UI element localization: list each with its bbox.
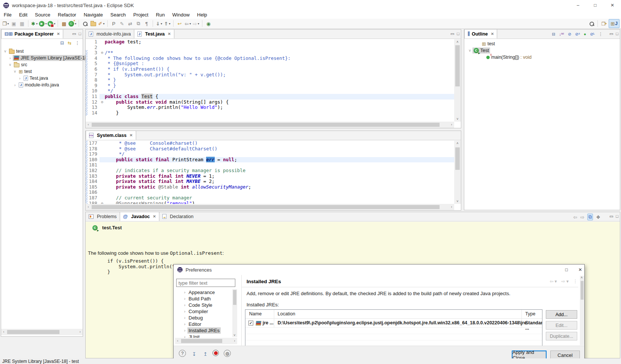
code-line-8[interactable]: 8 * }	[86, 77, 454, 83]
editor-tab-module-info-java[interactable]: Jmodule-info.java	[86, 29, 134, 39]
menu-help[interactable]: Help	[193, 10, 211, 19]
vertical-scrollbar[interactable]: ˄˅	[454, 39, 461, 122]
outline-item-test[interactable]: ⊞test	[464, 40, 620, 47]
column-header-name[interactable]: Name	[249, 311, 261, 316]
tab-declaration[interactable]: Declaration	[159, 212, 196, 221]
tree-item-test-java[interactable]: ›JTest.java	[1, 75, 83, 82]
new-class-icon[interactable]: C▾	[68, 19, 76, 28]
tab-javadoc[interactable]: @Javadoc✕	[120, 212, 159, 221]
show-whitespace-icon[interactable]: ¶	[143, 19, 150, 28]
minimize-icon[interactable]: ▭	[72, 31, 76, 36]
dialog-maximize-button[interactable]: □	[565, 267, 568, 272]
collapse-all-icon[interactable]: ⊟	[60, 40, 64, 46]
horizontal-scrollbar[interactable]: ‹›	[86, 122, 454, 128]
run-icon[interactable]: ▶▾	[39, 19, 47, 28]
back-icon[interactable]: ⇦▾	[184, 19, 192, 28]
tab-package-explorer[interactable]: ⊟⊞Package Explorer✕	[1, 29, 63, 39]
coverage-icon[interactable]: ▶▾	[48, 19, 55, 28]
new-java-project-icon[interactable]: ▩	[60, 19, 68, 28]
menu-search[interactable]: Search	[107, 10, 129, 19]
menu-refactor[interactable]: Refactor	[54, 10, 80, 19]
column-header-type[interactable]: Type	[525, 311, 535, 316]
close-icon[interactable]: ✕	[491, 32, 494, 36]
menu-source[interactable]: Source	[31, 10, 54, 19]
pin-editor-icon[interactable]: ◉	[205, 19, 212, 28]
link-with-editor-icon[interactable]: ⇆	[68, 40, 71, 46]
import-icon[interactable]: ↧	[190, 350, 198, 358]
jre-checkbox[interactable]: ✓	[248, 321, 253, 325]
duplicate-button[interactable]: Duplicate...	[546, 332, 577, 340]
code-line-3[interactable]: 3⊖/**	[86, 50, 454, 56]
back-icon[interactable]: ⇦ ▾	[550, 279, 557, 284]
code-line-13[interactable]: 13 System.err.println("Hello World");	[86, 105, 454, 110]
add-button[interactable]: Add...	[546, 310, 577, 319]
open-perspective-icon[interactable]: ❐✦	[600, 19, 609, 28]
link-with-selection-icon[interactable]: ⧉	[587, 214, 593, 220]
tree-item-test[interactable]: ˅⊞test	[1, 68, 83, 75]
pref-item-junit[interactable]: ›JUnit	[175, 334, 232, 338]
forward-icon[interactable]: ⇨▾	[192, 19, 200, 28]
open-type-icon[interactable]	[89, 19, 97, 28]
filter-input[interactable]	[176, 279, 235, 287]
code-line-183[interactable]: 183 private static final int NEVER = 1;	[86, 174, 454, 179]
code-line-1[interactable]: 1package test;	[86, 39, 454, 45]
code-line-178[interactable]: 178 * @see Charset#defaultCharset()	[86, 146, 454, 152]
tree-vertical-scrollbar[interactable]: ˅	[232, 289, 237, 337]
tab-outline[interactable]: ⫼Outline✕	[464, 29, 497, 39]
prev-annotation-icon[interactable]: ⇑▾	[163, 19, 171, 28]
code-line-11[interactable]: 11public class Test {	[86, 94, 454, 100]
code-line-5[interactable]: 5 * {@snippet :	[86, 61, 454, 67]
next-annotation-icon[interactable]: ⇓▾	[155, 19, 163, 28]
pref-item-code-style[interactable]: ›Code Style	[175, 302, 232, 308]
dialog-close-button[interactable]: ✕	[578, 267, 582, 272]
menu-run[interactable]: Run	[152, 10, 169, 19]
close-icon[interactable]: ✕	[129, 133, 132, 137]
code-line-12[interactable]: 12⊖ public static void main(String[] arg…	[86, 100, 454, 105]
editor1-code[interactable]: 1package test; 2 3⊖/** 4 * The following…	[86, 39, 454, 122]
tree-item-jre-system-library-javase-18[interactable]: ›JRE System Library [JavaSE-18]	[1, 55, 83, 61]
sort-icon[interactable]: ↓ᵃᶻ	[559, 32, 565, 37]
editor-tab-test-java[interactable]: JTest.java✕	[134, 29, 174, 39]
show-selected-icon[interactable]: ⧉	[135, 19, 142, 28]
search-icon[interactable]	[81, 19, 89, 28]
open-input-icon[interactable]: ❖	[596, 214, 600, 220]
minimize-icon[interactable]: ▭	[450, 31, 454, 36]
code-line-177[interactable]: 177 * @see Console#charset()	[86, 141, 454, 146]
tree-item-src[interactable]: ˅src	[1, 61, 83, 68]
edit-button[interactable]: Edit...	[546, 321, 577, 330]
tree-item-module-info-java[interactable]: ›Jmodule-info.java	[1, 82, 83, 88]
code-line-186[interactable]: 186	[86, 190, 454, 195]
code-line-179[interactable]: 179 */	[86, 152, 454, 157]
code-line-188[interactable]: 188⊖ @SuppressWarnings("removal")	[86, 201, 454, 204]
view-menu-icon[interactable]: ⋮	[75, 40, 80, 46]
horizontal-scrollbar[interactable]: ‹›	[86, 204, 454, 210]
horizontal-scrollbar[interactable]: ‹›	[1, 329, 83, 335]
tab-problems[interactable]: Problems	[86, 212, 120, 221]
forward-icon[interactable]: ⇨	[580, 214, 584, 220]
pref-item-installed-jres[interactable]: ›Installed JREs	[175, 327, 232, 334]
back-icon[interactable]: ⇦	[573, 214, 577, 220]
menu-window[interactable]: Window	[169, 10, 193, 19]
pref-item-debug[interactable]: ›Debug	[175, 315, 232, 321]
pref-item-appearance[interactable]: ›Appearance	[175, 289, 232, 296]
type-hierarchy-icon[interactable]: P	[110, 19, 117, 28]
menu-project[interactable]: Project	[129, 10, 152, 19]
window-minimize-button[interactable]: –	[569, 0, 587, 10]
pref-item-editor[interactable]: ›Editor	[175, 321, 232, 327]
dialog-vertical-scrollbar[interactable]: ˄	[580, 276, 584, 345]
collapse-all-icon[interactable]: ⊟	[552, 32, 555, 37]
format-brush-icon[interactable]: ✐▾	[98, 19, 105, 28]
search-toolbar-icon[interactable]	[588, 19, 595, 28]
code-line-180[interactable]: 180 public static final PrintStream err …	[86, 157, 454, 163]
save-all-icon[interactable]: ▦	[18, 19, 26, 28]
outline-item-main-string[interactable]: main(String[]) : void	[464, 54, 620, 61]
minimize-icon[interactable]: ▭	[609, 31, 613, 36]
pref-item-compiler[interactable]: ›Compiler	[175, 308, 232, 315]
link-editor-icon[interactable]: ⇄	[126, 19, 134, 28]
java-perspective-icon[interactable]: ⊞J	[609, 19, 620, 28]
menu-file[interactable]: File	[0, 10, 15, 19]
outline-item-test[interactable]: ˅CTest	[464, 47, 620, 54]
code-line-4[interactable]: 4 * The following code shows how to use …	[86, 56, 454, 61]
maximize-icon[interactable]: □	[79, 31, 81, 36]
last-edit-location-icon[interactable]: ↩	[176, 19, 183, 28]
